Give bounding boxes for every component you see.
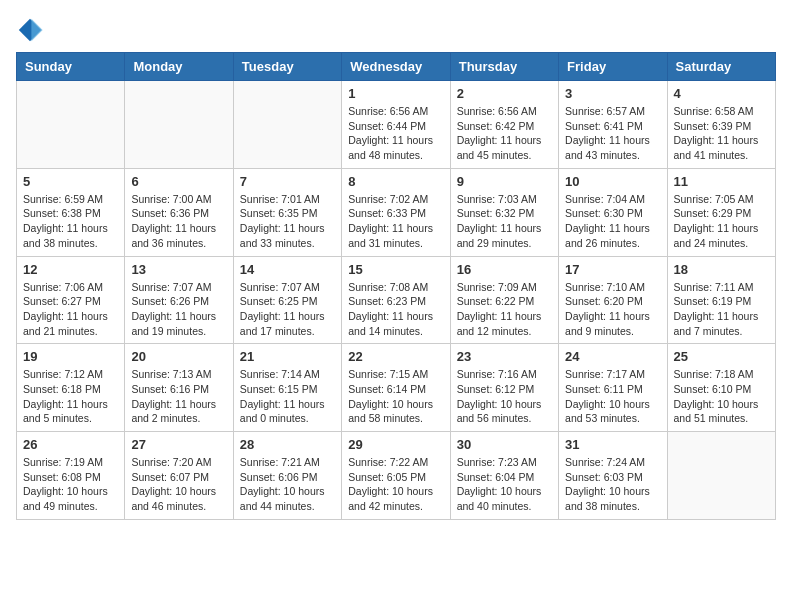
day-info: Sunrise: 6:58 AMSunset: 6:39 PMDaylight:…: [674, 104, 769, 163]
calendar-cell: 14Sunrise: 7:07 AMSunset: 6:25 PMDayligh…: [233, 256, 341, 344]
day-number: 20: [131, 349, 226, 364]
calendar-cell: 26Sunrise: 7:19 AMSunset: 6:08 PMDayligh…: [17, 432, 125, 520]
day-number: 14: [240, 262, 335, 277]
day-number: 22: [348, 349, 443, 364]
calendar-cell: 10Sunrise: 7:04 AMSunset: 6:30 PMDayligh…: [559, 168, 667, 256]
calendar-cell: 5Sunrise: 6:59 AMSunset: 6:38 PMDaylight…: [17, 168, 125, 256]
day-info: Sunrise: 7:14 AMSunset: 6:15 PMDaylight:…: [240, 367, 335, 426]
calendar-week-4: 19Sunrise: 7:12 AMSunset: 6:18 PMDayligh…: [17, 344, 776, 432]
calendar-header-row: SundayMondayTuesdayWednesdayThursdayFrid…: [17, 53, 776, 81]
day-number: 10: [565, 174, 660, 189]
day-info: Sunrise: 7:07 AMSunset: 6:25 PMDaylight:…: [240, 280, 335, 339]
day-number: 24: [565, 349, 660, 364]
logo: [16, 16, 48, 44]
calendar-header-saturday: Saturday: [667, 53, 775, 81]
day-number: 4: [674, 86, 769, 101]
day-info: Sunrise: 7:12 AMSunset: 6:18 PMDaylight:…: [23, 367, 118, 426]
day-info: Sunrise: 7:20 AMSunset: 6:07 PMDaylight:…: [131, 455, 226, 514]
day-number: 8: [348, 174, 443, 189]
day-number: 19: [23, 349, 118, 364]
logo-icon: [16, 16, 44, 44]
day-number: 11: [674, 174, 769, 189]
calendar-cell: 17Sunrise: 7:10 AMSunset: 6:20 PMDayligh…: [559, 256, 667, 344]
day-info: Sunrise: 7:18 AMSunset: 6:10 PMDaylight:…: [674, 367, 769, 426]
calendar-cell: 19Sunrise: 7:12 AMSunset: 6:18 PMDayligh…: [17, 344, 125, 432]
page-header: [16, 16, 776, 44]
calendar-cell: [17, 81, 125, 169]
calendar-header-thursday: Thursday: [450, 53, 558, 81]
calendar-week-5: 26Sunrise: 7:19 AMSunset: 6:08 PMDayligh…: [17, 432, 776, 520]
day-number: 18: [674, 262, 769, 277]
day-number: 25: [674, 349, 769, 364]
calendar-cell: [125, 81, 233, 169]
day-info: Sunrise: 6:56 AMSunset: 6:42 PMDaylight:…: [457, 104, 552, 163]
calendar-cell: 24Sunrise: 7:17 AMSunset: 6:11 PMDayligh…: [559, 344, 667, 432]
day-number: 12: [23, 262, 118, 277]
day-number: 27: [131, 437, 226, 452]
day-number: 7: [240, 174, 335, 189]
calendar-week-2: 5Sunrise: 6:59 AMSunset: 6:38 PMDaylight…: [17, 168, 776, 256]
calendar-cell: 29Sunrise: 7:22 AMSunset: 6:05 PMDayligh…: [342, 432, 450, 520]
calendar-cell: 2Sunrise: 6:56 AMSunset: 6:42 PMDaylight…: [450, 81, 558, 169]
calendar-cell: 13Sunrise: 7:07 AMSunset: 6:26 PMDayligh…: [125, 256, 233, 344]
calendar-cell: 6Sunrise: 7:00 AMSunset: 6:36 PMDaylight…: [125, 168, 233, 256]
day-number: 1: [348, 86, 443, 101]
calendar-cell: 15Sunrise: 7:08 AMSunset: 6:23 PMDayligh…: [342, 256, 450, 344]
calendar-week-1: 1Sunrise: 6:56 AMSunset: 6:44 PMDaylight…: [17, 81, 776, 169]
calendar-cell: [233, 81, 341, 169]
calendar-cell: 21Sunrise: 7:14 AMSunset: 6:15 PMDayligh…: [233, 344, 341, 432]
calendar-cell: [667, 432, 775, 520]
calendar-header-monday: Monday: [125, 53, 233, 81]
svg-marker-1: [31, 19, 42, 41]
calendar-cell: 18Sunrise: 7:11 AMSunset: 6:19 PMDayligh…: [667, 256, 775, 344]
day-info: Sunrise: 7:19 AMSunset: 6:08 PMDaylight:…: [23, 455, 118, 514]
day-number: 16: [457, 262, 552, 277]
day-info: Sunrise: 7:00 AMSunset: 6:36 PMDaylight:…: [131, 192, 226, 251]
calendar-header-wednesday: Wednesday: [342, 53, 450, 81]
calendar-cell: 27Sunrise: 7:20 AMSunset: 6:07 PMDayligh…: [125, 432, 233, 520]
calendar-cell: 22Sunrise: 7:15 AMSunset: 6:14 PMDayligh…: [342, 344, 450, 432]
day-info: Sunrise: 7:09 AMSunset: 6:22 PMDaylight:…: [457, 280, 552, 339]
calendar-week-3: 12Sunrise: 7:06 AMSunset: 6:27 PMDayligh…: [17, 256, 776, 344]
day-info: Sunrise: 7:15 AMSunset: 6:14 PMDaylight:…: [348, 367, 443, 426]
calendar-cell: 3Sunrise: 6:57 AMSunset: 6:41 PMDaylight…: [559, 81, 667, 169]
calendar-cell: 16Sunrise: 7:09 AMSunset: 6:22 PMDayligh…: [450, 256, 558, 344]
day-info: Sunrise: 7:05 AMSunset: 6:29 PMDaylight:…: [674, 192, 769, 251]
calendar-cell: 30Sunrise: 7:23 AMSunset: 6:04 PMDayligh…: [450, 432, 558, 520]
day-info: Sunrise: 7:11 AMSunset: 6:19 PMDaylight:…: [674, 280, 769, 339]
day-number: 9: [457, 174, 552, 189]
calendar-cell: 7Sunrise: 7:01 AMSunset: 6:35 PMDaylight…: [233, 168, 341, 256]
day-number: 21: [240, 349, 335, 364]
day-info: Sunrise: 6:59 AMSunset: 6:38 PMDaylight:…: [23, 192, 118, 251]
calendar-table: SundayMondayTuesdayWednesdayThursdayFrid…: [16, 52, 776, 520]
day-info: Sunrise: 7:22 AMSunset: 6:05 PMDaylight:…: [348, 455, 443, 514]
day-number: 17: [565, 262, 660, 277]
day-number: 26: [23, 437, 118, 452]
day-info: Sunrise: 7:06 AMSunset: 6:27 PMDaylight:…: [23, 280, 118, 339]
day-info: Sunrise: 6:56 AMSunset: 6:44 PMDaylight:…: [348, 104, 443, 163]
calendar-cell: 25Sunrise: 7:18 AMSunset: 6:10 PMDayligh…: [667, 344, 775, 432]
day-info: Sunrise: 7:16 AMSunset: 6:12 PMDaylight:…: [457, 367, 552, 426]
day-number: 29: [348, 437, 443, 452]
day-info: Sunrise: 7:21 AMSunset: 6:06 PMDaylight:…: [240, 455, 335, 514]
day-info: Sunrise: 7:13 AMSunset: 6:16 PMDaylight:…: [131, 367, 226, 426]
day-info: Sunrise: 6:57 AMSunset: 6:41 PMDaylight:…: [565, 104, 660, 163]
calendar-cell: 12Sunrise: 7:06 AMSunset: 6:27 PMDayligh…: [17, 256, 125, 344]
day-info: Sunrise: 7:24 AMSunset: 6:03 PMDaylight:…: [565, 455, 660, 514]
day-number: 3: [565, 86, 660, 101]
calendar-header-sunday: Sunday: [17, 53, 125, 81]
day-info: Sunrise: 7:23 AMSunset: 6:04 PMDaylight:…: [457, 455, 552, 514]
day-number: 13: [131, 262, 226, 277]
day-info: Sunrise: 7:03 AMSunset: 6:32 PMDaylight:…: [457, 192, 552, 251]
calendar-cell: 11Sunrise: 7:05 AMSunset: 6:29 PMDayligh…: [667, 168, 775, 256]
calendar-cell: 1Sunrise: 6:56 AMSunset: 6:44 PMDaylight…: [342, 81, 450, 169]
day-info: Sunrise: 7:02 AMSunset: 6:33 PMDaylight:…: [348, 192, 443, 251]
day-number: 31: [565, 437, 660, 452]
day-number: 30: [457, 437, 552, 452]
day-number: 23: [457, 349, 552, 364]
calendar-cell: 31Sunrise: 7:24 AMSunset: 6:03 PMDayligh…: [559, 432, 667, 520]
day-info: Sunrise: 7:10 AMSunset: 6:20 PMDaylight:…: [565, 280, 660, 339]
day-number: 2: [457, 86, 552, 101]
day-info: Sunrise: 7:01 AMSunset: 6:35 PMDaylight:…: [240, 192, 335, 251]
day-number: 28: [240, 437, 335, 452]
